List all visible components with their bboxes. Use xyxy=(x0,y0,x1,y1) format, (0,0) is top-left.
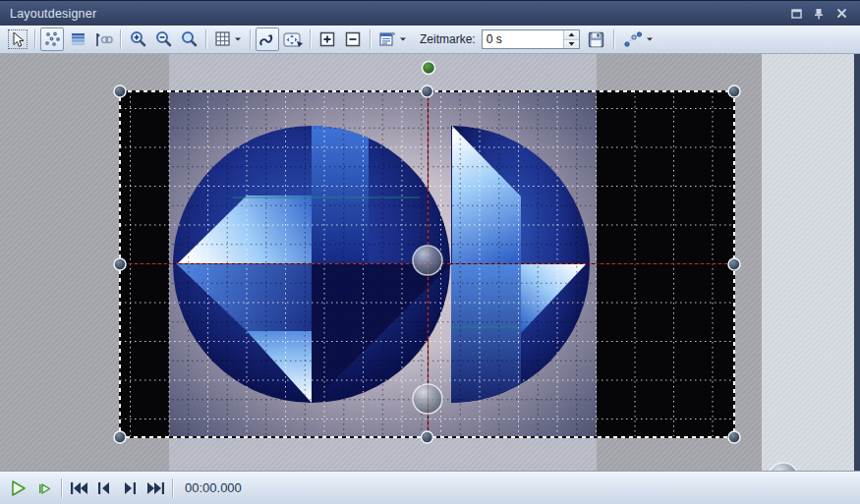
skip-to-start-button[interactable] xyxy=(67,476,90,500)
path-nodes-icon xyxy=(43,30,61,48)
close-icon xyxy=(836,8,847,19)
toolbar-separator xyxy=(205,29,206,49)
maximize-icon xyxy=(791,9,802,19)
pin-icon xyxy=(814,8,824,20)
motion-path-icon xyxy=(624,31,643,48)
zeitmarke-spinbox xyxy=(482,29,580,49)
motion-curve-tool-button[interactable] xyxy=(256,28,279,51)
nodes-tool-button[interactable] xyxy=(40,28,64,51)
play-small-icon xyxy=(37,480,52,495)
window-title: Layoutdesigner xyxy=(0,7,96,21)
main-toolbar: Zeitmarke: xyxy=(0,26,860,54)
properties-form-button[interactable] xyxy=(375,28,411,51)
toolbar-separator xyxy=(613,29,614,49)
pan-tool-button[interactable] xyxy=(281,28,305,51)
toolbar-separator xyxy=(120,29,121,49)
window-buttons xyxy=(789,7,860,21)
resize-handle-sw[interactable] xyxy=(114,431,126,443)
time-display: 00:00.000 xyxy=(185,480,242,495)
form-icon xyxy=(379,31,396,47)
motion-path-options-button[interactable] xyxy=(619,28,659,51)
chevron-down-icon xyxy=(646,36,654,42)
chevron-down-icon xyxy=(234,36,242,42)
resize-handle-s[interactable] xyxy=(422,431,433,443)
shrink-tool-button[interactable] xyxy=(341,28,365,51)
spin-up-icon xyxy=(568,32,575,37)
minus-box-icon xyxy=(345,31,361,47)
zoom-in-tool-button[interactable] xyxy=(126,28,149,51)
spin-down-icon xyxy=(568,41,575,46)
step-back-icon xyxy=(97,481,111,495)
resize-handle-ne[interactable] xyxy=(728,85,740,97)
plus-box-icon xyxy=(319,31,335,47)
design-canvas[interactable] xyxy=(0,54,860,471)
grid-icon xyxy=(215,31,231,47)
spin-down-button[interactable] xyxy=(564,39,579,49)
maximize-button[interactable] xyxy=(789,7,803,21)
skip-start-icon xyxy=(70,481,88,495)
select-tool-button[interactable] xyxy=(6,28,29,51)
spin-up-button[interactable] xyxy=(564,30,579,39)
play-from-timemark-button[interactable] xyxy=(32,476,56,500)
skip-end-icon xyxy=(146,481,165,495)
zoom-icon xyxy=(180,30,199,48)
curve-arrow-icon xyxy=(258,31,276,48)
step-forward-icon xyxy=(123,481,137,495)
toolbar-separator xyxy=(310,29,311,49)
save-button[interactable] xyxy=(585,28,608,51)
zoom-in-icon xyxy=(129,30,147,48)
zoom-out-icon xyxy=(154,30,173,48)
zeitmarke-input[interactable] xyxy=(483,30,563,48)
resize-handle-e[interactable] xyxy=(728,258,740,270)
sphere-handle-0[interactable] xyxy=(413,246,442,275)
enlarge-tool-button[interactable] xyxy=(315,28,339,51)
chevron-down-icon xyxy=(399,36,407,42)
zoom-reset-tool-button[interactable] xyxy=(177,28,201,51)
toolbar-separator xyxy=(250,29,251,49)
transport-toolbar: 00:00.000 xyxy=(0,471,860,504)
resize-handle-n[interactable] xyxy=(422,85,433,97)
play-icon xyxy=(10,479,28,497)
toolbar-separator xyxy=(34,29,35,49)
play-button[interactable] xyxy=(7,476,30,500)
resize-handle-se[interactable] xyxy=(728,431,740,443)
outside-canvas-strip xyxy=(762,54,854,471)
sphere-handle-1[interactable] xyxy=(413,384,442,414)
skip-to-end-button[interactable] xyxy=(143,476,167,500)
zeitmarke-spinners xyxy=(563,30,579,48)
resize-handle-nw[interactable] xyxy=(114,85,126,97)
pan-move-icon xyxy=(283,31,304,48)
layers-tool-button[interactable] xyxy=(66,28,89,51)
zeitmarke-label: Zeitmarke: xyxy=(420,32,476,46)
keyframe-tool-button[interactable] xyxy=(91,28,115,51)
rotation-handle[interactable] xyxy=(423,62,435,75)
grid-options-button[interactable] xyxy=(211,28,245,51)
close-button[interactable] xyxy=(834,7,848,21)
layers-icon xyxy=(70,31,86,47)
titlebar[interactable]: Layoutdesigner xyxy=(0,0,860,26)
save-floppy-icon xyxy=(588,31,604,48)
resize-handle-w[interactable] xyxy=(114,258,126,270)
toolbar-separator xyxy=(370,29,371,49)
step-forward-button[interactable] xyxy=(118,476,142,500)
toolbar-separator xyxy=(172,478,173,498)
keyframe-pin-icon xyxy=(93,31,113,48)
pin-button[interactable] xyxy=(812,7,826,21)
cursor-icon xyxy=(10,31,26,48)
layoutdesigner-window: Layoutdesigner xyxy=(0,0,860,504)
window-right-edge xyxy=(854,54,860,471)
toolbar-separator xyxy=(61,478,62,498)
step-back-button[interactable] xyxy=(92,476,116,500)
zoom-out-tool-button[interactable] xyxy=(151,28,175,51)
